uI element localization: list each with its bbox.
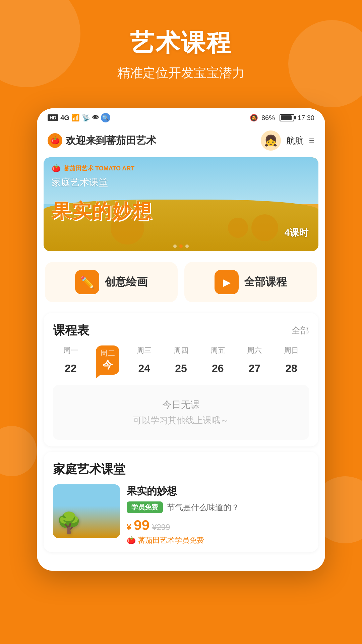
hd-badge: HD bbox=[48, 114, 58, 121]
day-number-sat: 27 bbox=[244, 358, 264, 378]
day-sunday[interactable]: 周日 28 bbox=[274, 345, 309, 378]
day-number-sun: 28 bbox=[281, 358, 301, 378]
banner-main-title: 果实的妙想 bbox=[52, 198, 152, 224]
price-symbol: ¥ bbox=[127, 523, 131, 532]
schedule-section: 课程表 全部 周一 22 周二 今 周三 24 周四 bbox=[44, 313, 318, 446]
price-main: 99 bbox=[134, 517, 149, 533]
schedule-title: 课程表 bbox=[53, 322, 89, 339]
week-days: 周一 22 周二 今 周三 24 周四 25 周五 bbox=[53, 345, 309, 378]
day-number-thu: 25 bbox=[171, 358, 191, 378]
course-tag-row: 学员免费 节气是什么味道的？ bbox=[127, 501, 309, 513]
no-class-area: 今日无课 可以学习其他线上课哦～ bbox=[53, 385, 309, 440]
status-left: HD 4G 📶 📡 👁 🔍 bbox=[48, 113, 110, 122]
day-label-sun: 周日 bbox=[284, 345, 299, 356]
today-badge: 周二 今 bbox=[96, 345, 119, 375]
status-bar: HD 4G 📶 📡 👁 🔍 🔕 86% 17:30 bbox=[37, 108, 325, 125]
banner-lessons-count: 4课时 bbox=[284, 226, 308, 239]
course-info: 果实的妙想 学员免费 节气是什么味道的？ ¥ 99 ¥299 🍅 蕃茄田艺术学员… bbox=[127, 484, 309, 545]
signal-icon: 📶 bbox=[71, 114, 80, 122]
family-art-header: 家庭艺术课堂 bbox=[53, 461, 309, 478]
day-label-mon: 周一 bbox=[63, 345, 78, 356]
day-saturday[interactable]: 周六 27 bbox=[237, 345, 273, 378]
tomato-logo-icon: 🍅 bbox=[48, 133, 62, 148]
day-label-fri: 周五 bbox=[210, 345, 225, 356]
banner-logo-area: 🍅 蕃茄田艺术 TOMATO ART bbox=[52, 164, 134, 173]
menu-icon[interactable]: ≡ bbox=[309, 135, 314, 146]
course-note: 🍅 蕃茄田艺术学员免费 bbox=[127, 535, 309, 545]
wifi-icon: 📡 bbox=[82, 114, 90, 122]
drawing-label: 创意绘画 bbox=[105, 275, 147, 289]
status-right: 🔕 86% 17:30 bbox=[250, 114, 314, 122]
battery-percent: 86% bbox=[261, 114, 275, 122]
bg-decoration-4 bbox=[0, 426, 37, 476]
day-number-mon: 22 bbox=[61, 358, 81, 378]
family-art-title: 家庭艺术课堂 bbox=[53, 461, 125, 478]
day-label-wed: 周三 bbox=[137, 345, 152, 356]
thumb-tree-icon: 🌳 bbox=[56, 511, 81, 535]
quick-item-drawing[interactable]: ✏️ 创意绘画 bbox=[45, 262, 178, 302]
day-tuesday[interactable]: 周二 今 bbox=[90, 345, 125, 375]
username-label: 航航 bbox=[286, 135, 304, 147]
schedule-all-link[interactable]: 全部 bbox=[292, 325, 309, 336]
no-class-sub-text: 可以学习其他线上课哦～ bbox=[60, 415, 302, 426]
user-avatar[interactable]: 👧 bbox=[261, 130, 281, 151]
banner-logo-text: 蕃茄田艺术 TOMATO ART bbox=[63, 164, 134, 172]
haybale-2 bbox=[228, 218, 248, 238]
no-class-main-text: 今日无课 bbox=[60, 398, 302, 411]
day-monday[interactable]: 周一 22 bbox=[53, 345, 88, 378]
eye-icon: 👁 bbox=[92, 114, 99, 122]
day-label-tue: 周二 bbox=[96, 348, 119, 358]
dot-2[interactable] bbox=[179, 245, 183, 248]
mute-icon: 🔕 bbox=[250, 114, 258, 122]
day-label-sat: 周六 bbox=[247, 345, 262, 356]
network-icon: 4G bbox=[60, 114, 69, 122]
banner-bg: 🍅 蕃茄田艺术 TOMATO ART 家庭艺术课堂 果实的妙想 4课时 bbox=[44, 157, 318, 251]
day-number-fri: 26 bbox=[208, 358, 228, 378]
dot-3[interactable] bbox=[185, 245, 189, 248]
app-header-right: 👧 航航 ≡ bbox=[261, 130, 314, 151]
day-number-wed: 24 bbox=[134, 358, 154, 378]
course-free-tag: 学员免费 bbox=[127, 501, 163, 513]
course-desc: 节气是什么味道的？ bbox=[167, 502, 239, 513]
course-thumbnail: 🌳 bbox=[53, 484, 120, 538]
search-icon[interactable]: 🔍 bbox=[101, 113, 110, 122]
battery-icon bbox=[280, 114, 294, 121]
day-wednesday[interactable]: 周三 24 bbox=[126, 345, 162, 378]
phone-mockup: HD 4G 📶 📡 👁 🔍 🔕 86% 17:30 🍅 欢迎来到蕃茄田艺术 👧 … bbox=[37, 108, 325, 571]
quick-menu: ✏️ 创意绘画 ▶ 全部课程 bbox=[37, 254, 325, 308]
course-card[interactable]: 🌳 果实的妙想 学员免费 节气是什么味道的？ ¥ 99 ¥299 🍅 蕃茄田艺术… bbox=[53, 484, 309, 545]
app-greeting-text: 欢迎来到蕃茄田艺术 bbox=[66, 134, 156, 148]
day-label-thu: 周四 bbox=[174, 345, 188, 356]
schedule-header: 课程表 全部 bbox=[53, 322, 309, 339]
time-display: 17:30 bbox=[298, 114, 314, 122]
course-thumb-inner: 🌳 bbox=[53, 484, 120, 538]
all-courses-label: 全部课程 bbox=[244, 275, 287, 289]
day-number-tue: 今 bbox=[96, 358, 119, 372]
day-friday[interactable]: 周五 26 bbox=[200, 345, 236, 378]
all-courses-icon: ▶ bbox=[215, 270, 239, 294]
banner-category-label: 家庭艺术课堂 bbox=[52, 176, 108, 189]
haybale-1 bbox=[251, 214, 278, 241]
drawing-icon: ✏️ bbox=[75, 270, 99, 294]
quick-item-all-courses[interactable]: ▶ 全部课程 bbox=[184, 262, 317, 302]
course-price-row: ¥ 99 ¥299 bbox=[127, 517, 309, 533]
hero-header: 艺术课程 精准定位开发宝宝潜力 bbox=[0, 0, 362, 95]
page-subtitle: 精准定位开发宝宝潜力 bbox=[13, 64, 349, 82]
course-name: 果实的妙想 bbox=[127, 484, 309, 498]
page-title: 艺术课程 bbox=[13, 27, 349, 59]
price-original: ¥299 bbox=[152, 523, 170, 532]
app-header: 🍅 欢迎来到蕃茄田艺术 👧 航航 ≡ bbox=[37, 125, 325, 155]
day-thursday[interactable]: 周四 25 bbox=[163, 345, 199, 378]
app-logo-area: 🍅 欢迎来到蕃茄田艺术 bbox=[48, 133, 156, 148]
banner-dots bbox=[173, 245, 189, 248]
dot-1[interactable] bbox=[173, 245, 177, 248]
banner-container[interactable]: 🍅 蕃茄田艺术 TOMATO ART 家庭艺术课堂 果实的妙想 4课时 bbox=[44, 157, 318, 251]
family-art-section: 家庭艺术课堂 🌳 果实的妙想 学员免费 节气是什么味道的？ ¥ 99 ¥299 bbox=[44, 452, 318, 552]
